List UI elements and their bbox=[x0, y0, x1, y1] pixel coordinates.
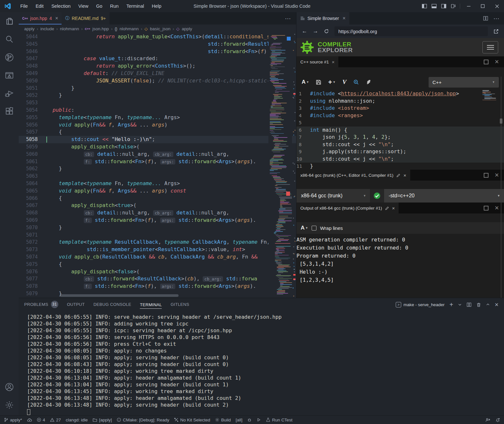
code-line[interactable]: 5076 apply_dispatch<false>( bbox=[19, 268, 296, 276]
breadcrumb-item[interactable]: apply bbox=[24, 26, 34, 31]
more-actions-icon[interactable]: ⋯ bbox=[493, 15, 499, 22]
breadcrumb-item[interactable]: apply bbox=[182, 26, 192, 31]
kill-terminal-icon[interactable] bbox=[476, 302, 481, 307]
code-line[interactable]: 5075 { bbox=[19, 261, 296, 268]
code-line[interactable]: 5048 return apply_error<ConstThis>(); bbox=[19, 62, 296, 70]
code-line[interactable]: 5070 } bbox=[19, 224, 296, 231]
code-line[interactable]: 5051 } bbox=[19, 85, 296, 92]
source-pane-tab[interactable]: C++ source #1 × bbox=[296, 56, 338, 67]
language-select[interactable]: C++ ▼ bbox=[429, 77, 499, 88]
menu-go[interactable]: Go bbox=[92, 0, 106, 12]
panel-tab-output[interactable]: OUTPUT bbox=[67, 302, 85, 307]
close-window-button[interactable] bbox=[490, 0, 504, 12]
open-external-icon[interactable] bbox=[491, 26, 501, 36]
add-pane-icon[interactable]: +▼ bbox=[328, 78, 335, 86]
code-line[interactable]: 5060 cb: detail::null_arg, cb_arg: detai… bbox=[19, 151, 296, 158]
maximize-pane-icon[interactable] bbox=[483, 173, 489, 178]
close-pane-icon[interactable]: × bbox=[495, 204, 499, 212]
code-line[interactable]: 5078 f: std::forward<Fn>(f), args: std::… bbox=[19, 283, 296, 290]
code-line[interactable]: 5071 bbox=[19, 231, 296, 239]
close-pane-icon[interactable]: × bbox=[495, 171, 499, 179]
breadcrumb-item[interactable]: include bbox=[40, 26, 54, 31]
code-line[interactable]: 5050 JSON_ASSERT(false); // NOLINT(cert-… bbox=[19, 77, 296, 85]
panel-tab-problems[interactable]: PROBLEMS31 bbox=[24, 301, 58, 309]
code-line[interactable]: 5072 template<typename ResultCallback, t… bbox=[19, 239, 296, 246]
menu-file[interactable]: File bbox=[16, 0, 32, 12]
tab-readme-md[interactable]: ⓘ README.md 9+ bbox=[62, 12, 109, 24]
customize-layout-icon[interactable] bbox=[451, 4, 456, 9]
code-editor[interactable]: 5044 return apply_make_tuple<ConstThis>(… bbox=[19, 33, 296, 298]
breadcrumb-item[interactable]: nlohmann bbox=[60, 26, 79, 31]
code-line[interactable]: 5059 apply_dispatch<false>( bbox=[19, 143, 296, 151]
forward-icon[interactable]: → bbox=[311, 26, 320, 36]
cppinsights-icon[interactable] bbox=[366, 79, 372, 85]
source-control-icon[interactable] bbox=[0, 48, 19, 66]
breadcrumb-item[interactable]: basic_json bbox=[150, 26, 170, 31]
terminal-dropdown-icon[interactable] bbox=[458, 303, 462, 306]
source-line[interactable]: 4#include <ranges> bbox=[296, 112, 504, 119]
breadcrumb-item[interactable]: nlohmann bbox=[120, 26, 139, 31]
code-line[interactable]: 5049 default: // LCOV_EXCL_LINE bbox=[19, 70, 296, 77]
settings-gear-icon[interactable] bbox=[0, 396, 19, 414]
run-and-debug-icon[interactable] bbox=[0, 84, 19, 102]
save-icon[interactable] bbox=[316, 80, 321, 85]
source-line[interactable]: 2using nlohmann::json; bbox=[296, 98, 504, 105]
cmake-status[interactable]: CMake: [Debug]: Ready bbox=[117, 418, 169, 422]
tab-json-hpp[interactable]: C++ json.hpp 4 × bbox=[19, 12, 62, 24]
maximize-pane-icon[interactable] bbox=[483, 205, 489, 211]
notifications-button[interactable] bbox=[495, 418, 500, 422]
menu-selection[interactable]: Selection bbox=[47, 0, 74, 12]
code-line[interactable]: 5057 { bbox=[19, 128, 296, 136]
close-tab-icon[interactable]: × bbox=[55, 15, 58, 21]
code-line[interactable]: 5067 apply_dispatch<true>( bbox=[19, 202, 296, 209]
toggle-sidebar-icon[interactable] bbox=[422, 4, 427, 9]
errors-status[interactable]: 4 bbox=[37, 418, 45, 422]
code-line[interactable]: 5073 std::is_member_pointer<ResultCallba… bbox=[19, 246, 296, 253]
source-line[interactable]: 7 json j{5, 3, 1, 4, 2}; bbox=[296, 134, 504, 141]
ctest-button[interactable]: Run CTest bbox=[266, 418, 292, 422]
code-line[interactable]: 5045 std::forward<ResultType>( bbox=[19, 41, 296, 48]
menu-run[interactable]: Run bbox=[106, 0, 123, 12]
vim-mode-icon[interactable]: V bbox=[342, 79, 346, 86]
source-line[interactable]: 9 j.apply(std::ranges::sort); bbox=[296, 148, 504, 155]
menu-view[interactable]: View bbox=[74, 0, 92, 12]
zoom-icon[interactable] bbox=[353, 79, 359, 85]
code-line[interactable]: 5055 template<typename Fn, typename... A… bbox=[19, 114, 296, 121]
rename-pane-icon[interactable] bbox=[396, 173, 401, 177]
maximize-button[interactable] bbox=[476, 0, 490, 12]
code-line[interactable]: 5047 case value_t::discarded: bbox=[19, 55, 296, 62]
compiler-options-input[interactable]: -std=c++20 ▼ bbox=[384, 189, 504, 203]
wrap-lines-checkbox[interactable] bbox=[312, 226, 316, 231]
code-line[interactable]: 5061 f: std::forward<Fn>(f), args: std::… bbox=[19, 158, 296, 165]
font-size-icon[interactable]: A▼ bbox=[301, 225, 308, 231]
url-input[interactable]: https://godbolt.org bbox=[334, 26, 488, 36]
toggle-panel-icon[interactable] bbox=[431, 4, 437, 9]
build-target[interactable]: [all] bbox=[236, 418, 242, 422]
toggle-secondary-sidebar-icon[interactable] bbox=[441, 4, 446, 9]
output-pane-tab[interactable]: Output of x86-64 gcc (trunk) (Compiler #… bbox=[296, 203, 399, 213]
source-line[interactable]: 3#include <iostream> bbox=[296, 105, 504, 112]
code-line[interactable]: 5062 } bbox=[19, 165, 296, 173]
git-branch-status[interactable]: apply* bbox=[4, 418, 22, 422]
code-line[interactable]: 5066 { bbox=[19, 195, 296, 202]
maximize-pane-icon[interactable] bbox=[483, 59, 489, 65]
maximize-panel-icon[interactable] bbox=[486, 303, 490, 306]
source-code-editor[interactable]: 1#include <https://localhost:8443/apply/… bbox=[296, 89, 504, 170]
reload-icon[interactable] bbox=[322, 26, 331, 36]
close-panel-icon[interactable]: × bbox=[495, 301, 499, 308]
close-tab-icon[interactable]: × bbox=[343, 15, 345, 21]
code-line[interactable]: 5046 std::forward<Fn>(f) bbox=[19, 48, 296, 55]
breadcrumb[interactable]: apply›include›nlohmann›C++json.hpp›{}nlo… bbox=[19, 24, 296, 33]
feedback-button[interactable] bbox=[485, 418, 490, 422]
build-button[interactable]: Build bbox=[215, 418, 231, 422]
panel-tab-debug-console[interactable]: DEBUG CONSOLE bbox=[93, 302, 131, 307]
menu-edit[interactable]: Edit bbox=[32, 0, 47, 12]
code-line[interactable]: 5077 cb: std::forward<ResultCallback>(cb… bbox=[19, 275, 296, 283]
warnings-status[interactable]: 27 bbox=[50, 418, 61, 422]
menu-terminal[interactable]: Terminal bbox=[122, 0, 148, 12]
minimize-button[interactable] bbox=[461, 0, 476, 12]
close-pane-icon[interactable]: × bbox=[495, 58, 499, 66]
horizontal-scrollbar[interactable] bbox=[60, 294, 179, 297]
launch-button[interactable] bbox=[257, 418, 261, 422]
explorer-icon[interactable] bbox=[0, 12, 19, 30]
